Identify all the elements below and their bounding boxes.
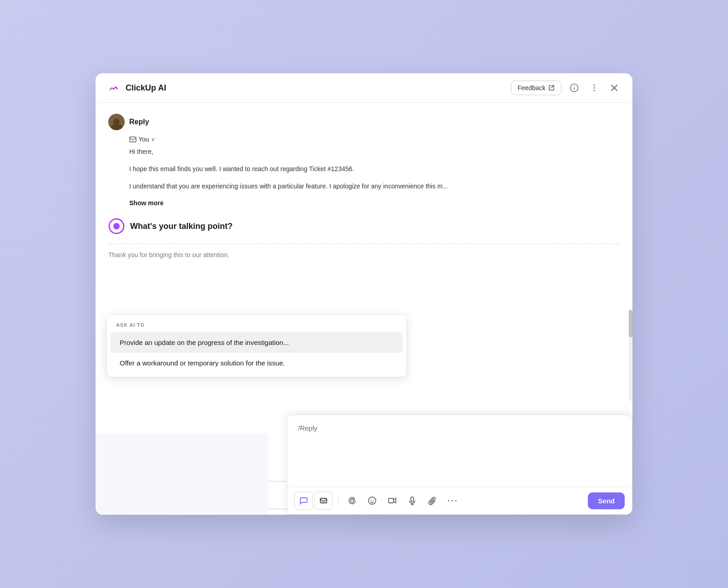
send-button[interactable]: Send [588, 492, 625, 509]
reply-section: Reply You ∨ Hi there, I hope this email … [108, 114, 620, 209]
toolbar-divider [338, 495, 339, 506]
reply-editor-content: /Reply [287, 415, 632, 487]
reply-editor: /Reply [287, 415, 632, 515]
svg-rect-20 [389, 498, 394, 503]
external-link-icon [548, 85, 555, 91]
svg-point-6 [594, 85, 595, 86]
toolbar-email-button[interactable] [314, 492, 333, 510]
svg-point-25 [452, 500, 453, 502]
svg-point-18 [371, 500, 372, 501]
at-icon [348, 496, 357, 505]
comment-icon [299, 497, 308, 505]
bg-panel-left [96, 433, 268, 515]
svg-rect-11 [130, 137, 136, 142]
ellipsis-icon [448, 499, 457, 502]
app-title: ClickUp AI [126, 83, 166, 93]
ai-question-text: What's your talking point? [130, 222, 233, 231]
svg-point-26 [455, 500, 457, 502]
svg-point-5 [574, 86, 575, 87]
header-right: Feedback [511, 81, 622, 95]
svg-point-17 [369, 497, 376, 504]
toolbar-group-type [294, 492, 333, 510]
show-more-link[interactable]: Show more [129, 199, 163, 207]
email-line1: Hi there, [129, 147, 620, 157]
message-icon [129, 136, 136, 143]
more-dots-icon [590, 83, 599, 92]
toolbar-video-button[interactable] [384, 492, 400, 509]
feedback-button[interactable]: Feedback [511, 81, 561, 95]
emoji-icon [368, 496, 377, 505]
paperclip-icon [428, 496, 437, 505]
from-you-label: You [138, 136, 149, 143]
email-icon [319, 497, 328, 505]
svg-rect-15 [320, 498, 327, 503]
scrollbar-track [629, 310, 632, 401]
chevron-down-icon[interactable]: ∨ [151, 136, 155, 142]
slash-reply-text: /Reply [298, 424, 318, 432]
header-left: ClickUp AI [106, 81, 166, 95]
svg-point-19 [373, 500, 374, 501]
ai-suggestions-dropdown: ASK AI TO Provide an update on the progr… [106, 314, 407, 377]
ai-prompt-section: What's your talking point? [108, 218, 620, 234]
toolbar-attach-button[interactable] [424, 492, 440, 509]
toolbar-mic-button[interactable] [404, 492, 420, 509]
main-panel: ClickUp AI Feedback [96, 73, 632, 515]
svg-point-8 [594, 90, 595, 91]
reply-toolbar: Send [287, 487, 632, 514]
svg-point-7 [594, 87, 595, 89]
email-line2: I hope this email finds you well. I want… [129, 164, 620, 175]
email-body: Hi there, I hope this email finds you we… [108, 147, 620, 209]
avatar [108, 114, 125, 130]
email-line3: I understand that you are experiencing i… [129, 181, 620, 192]
svg-rect-21 [411, 497, 414, 502]
toolbar-mention-button[interactable] [344, 492, 360, 509]
toolbar-more-button[interactable] [444, 492, 460, 509]
email-meta: You ∨ [108, 136, 620, 143]
close-icon [610, 83, 619, 92]
reply-header: Reply [108, 114, 620, 130]
clickup-logo-icon [106, 81, 121, 95]
svg-line-2 [551, 86, 554, 88]
svg-point-14 [113, 223, 120, 229]
scrollbar-thumb[interactable] [629, 310, 632, 337]
microphone-icon [408, 496, 417, 505]
toolbar-emoji-button[interactable] [364, 492, 380, 509]
info-button[interactable] [567, 81, 581, 95]
toolbar-comment-button[interactable] [294, 492, 313, 510]
header: ClickUp AI Feedback [96, 73, 632, 103]
feedback-label: Feedback [518, 84, 546, 91]
partial-email-text: Thank you for bringing this to our atten… [108, 244, 620, 262]
more-options-button[interactable] [587, 81, 602, 95]
svg-point-24 [448, 500, 450, 502]
ai-logo-icon [108, 218, 125, 234]
dropdown-item-1[interactable]: Provide an update on the progress of the… [111, 332, 403, 353]
dropdown-label: ASK AI TO [107, 322, 406, 332]
reply-label: Reply [129, 118, 149, 126]
dropdown-item-2[interactable]: Offer a workaround or temporary solution… [111, 353, 403, 373]
video-icon [388, 496, 397, 505]
svg-point-0 [106, 81, 121, 95]
info-icon [570, 83, 579, 92]
close-button[interactable] [607, 81, 622, 95]
